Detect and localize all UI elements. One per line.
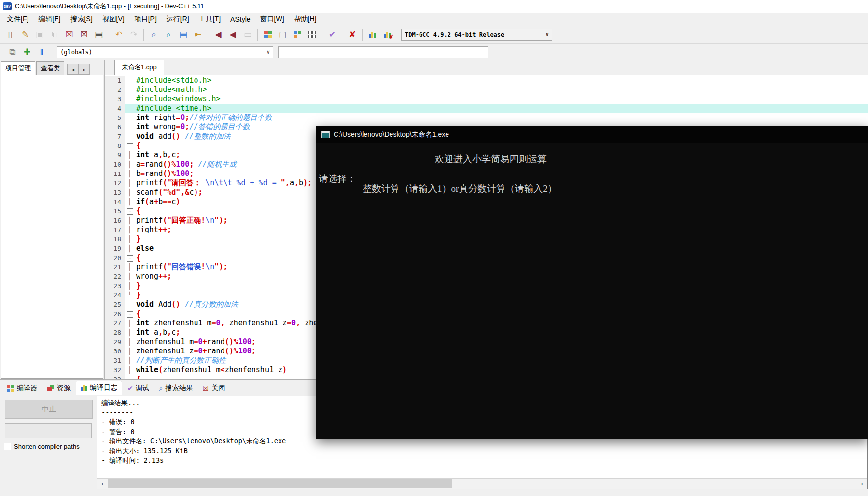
line-number: 9 [105, 150, 125, 160]
panel-tab-0[interactable]: 项目管理 [1, 61, 35, 75]
code-line-2[interactable]: 2#include<math.h> [105, 85, 868, 94]
bottom-tab-5[interactable]: ☒关闭 [198, 381, 230, 395]
find-button[interactable]: ⌕ [147, 28, 161, 42]
member-select[interactable] [278, 46, 488, 58]
bottom-tab-label: 编译日志 [90, 383, 117, 392]
menu-item-8[interactable]: 窗口[W] [255, 13, 289, 25]
abort-button[interactable]: 中止 [5, 400, 93, 419]
toolbar-group-undo-redo: ↶↷ [112, 28, 141, 42]
save-all-button[interactable]: ⧉ [48, 28, 61, 42]
print-button[interactable]: ▤ [92, 28, 106, 42]
new-source-button[interactable]: ▢ [276, 28, 289, 42]
line-number: 16 [105, 216, 125, 225]
scrollbar-thumb[interactable] [108, 479, 452, 488]
code-line-4[interactable]: 4#include <time.h> [105, 104, 868, 113]
bottom-tab-label: 搜索结果 [166, 384, 193, 393]
forward-button[interactable]: ◀ [226, 28, 240, 42]
line-number: 17 [105, 225, 125, 234]
menu-item-4[interactable]: 项目[P] [130, 13, 162, 25]
fold-toggle[interactable]: − [125, 141, 134, 150]
pause-button[interactable]: ‖ [35, 45, 49, 59]
undo-button[interactable]: ↶ [112, 28, 126, 42]
code-line-5[interactable]: 5int right=0;//答对的正确的题目个数 [105, 113, 868, 122]
new-source-icon: ▢ [279, 30, 286, 39]
search-results-tab-icon: ⌕ [159, 385, 163, 392]
fold-collapse-icon: − [127, 143, 133, 149]
log-line-6: - 编译时间: 2.13s [101, 456, 854, 466]
redo-icon: ↷ [130, 30, 137, 39]
back-button[interactable]: ◀ [211, 28, 225, 42]
bottom-tab-3[interactable]: ✔调试 [122, 381, 154, 395]
menu-item-0[interactable]: 文件[F] [2, 13, 33, 25]
toolbar-separator [342, 29, 342, 41]
tab-scroll-left-button[interactable]: ◂ [67, 64, 79, 75]
close-panel-tab-icon: ☒ [203, 385, 209, 392]
code-line-1[interactable]: 1#include<stdio.h> [105, 76, 868, 85]
goto-line-button[interactable]: ⇤ [191, 28, 205, 42]
bottom-tab-4[interactable]: ⌕搜索结果 [154, 381, 198, 395]
compiler-select[interactable]: TDM-GCC 4.9.2 64-bit Release ∨ [401, 29, 552, 41]
line-number: 10 [105, 160, 125, 169]
fold-toggle[interactable]: − [125, 309, 134, 319]
compile-check-button[interactable]: ✔ [325, 28, 339, 42]
line-number: 15 [105, 206, 125, 216]
compile-log-tab-icon [81, 384, 87, 391]
editor-tab-unnamed1[interactable]: 未命名1.cpp [114, 60, 164, 75]
close-file-icon: ☒ [65, 30, 73, 39]
menu-item-5[interactable]: 运行[R] [162, 13, 194, 25]
code-line-3[interactable]: 3#include<windows.h> [105, 94, 868, 104]
goto-line-icon: ⇤ [195, 30, 201, 39]
line-number: 29 [105, 337, 125, 347]
menu-item-7[interactable]: AStyle [225, 14, 255, 25]
scroll-left-arrow[interactable]: ‹ [97, 479, 108, 488]
console-title-bar[interactable]: C:\Users\lenovo\Desktop\未命名1.exe — [316, 126, 868, 143]
add-item-button[interactable]: ✚ [20, 45, 34, 59]
new-project-button[interactable] [261, 28, 275, 42]
line-number: 13 [105, 188, 125, 197]
toolbar-separator [322, 29, 322, 41]
menu-item-1[interactable]: 编辑[E] [33, 13, 65, 25]
fold-toggle[interactable]: − [125, 206, 134, 216]
close-all-button[interactable]: ☒ [77, 28, 91, 42]
close-file-button[interactable]: ☒ [62, 28, 76, 42]
line-number: 5 [105, 113, 125, 122]
open-file-button[interactable]: ✎ [18, 28, 32, 42]
forward-icon: ◀ [229, 30, 236, 39]
minimize-button[interactable]: — [845, 126, 868, 143]
main-toolbar: ▯✎▣⧉☒☒▤↶↷⌕⌕▤⇤◀◀▭▢✔✘✘ TDM-GCC 4.9.2 64-bi… [0, 26, 868, 43]
abort-compile-button[interactable]: ✘ [345, 28, 359, 42]
fold-margin [125, 113, 134, 122]
fold-margin: │ [125, 160, 134, 169]
tab-scroll-right-button[interactable]: ▸ [79, 64, 90, 75]
find-in-files-button[interactable]: ⌕ [162, 28, 175, 42]
project-options-button[interactable] [290, 28, 304, 42]
menu-item-2[interactable]: 搜索[S] [65, 13, 97, 25]
copy-doc-button[interactable]: ⧉ [5, 45, 19, 59]
menu-item-6[interactable]: 工具[T] [194, 13, 225, 25]
goto-definition-button[interactable]: ▭ [241, 28, 254, 42]
replace-button[interactable]: ▤ [176, 28, 190, 42]
project-tree[interactable] [1, 75, 103, 379]
bottom-tab-1[interactable]: 资源 [42, 381, 76, 395]
compile-check-icon: ✔ [329, 30, 336, 39]
save-button[interactable]: ▣ [33, 28, 47, 42]
menu-item-3[interactable]: 视图[V] [98, 13, 130, 25]
panel-tab-1[interactable]: 查看类 [36, 61, 64, 75]
bottom-tab-2[interactable]: 编译日志 [76, 381, 122, 395]
fold-margin [125, 300, 134, 309]
menu-item-9[interactable]: 帮助[H] [289, 13, 322, 25]
fold-margin: ├ [125, 234, 134, 244]
fold-toggle[interactable]: − [125, 375, 134, 379]
redo-button[interactable]: ↷ [127, 28, 140, 42]
shorten-paths-checkbox[interactable] [4, 443, 11, 450]
package-manager-button[interactable] [305, 28, 319, 42]
console-output[interactable]: 欢迎进入小学简易四则运算请选择：整数计算（请输入1）or真分数计算（请输入2） [316, 143, 868, 439]
delete-profile-button[interactable]: ✘ [380, 28, 394, 42]
toolbar-separator [257, 29, 258, 41]
fold-toggle[interactable]: − [125, 253, 134, 263]
profile-button[interactable] [365, 28, 379, 42]
scroll-right-arrow[interactable]: › [857, 479, 867, 488]
new-file-button[interactable]: ▯ [3, 28, 17, 42]
class-select[interactable]: (globals) ∨ [57, 46, 273, 58]
bottom-tab-0[interactable]: 编译器 [2, 381, 42, 395]
